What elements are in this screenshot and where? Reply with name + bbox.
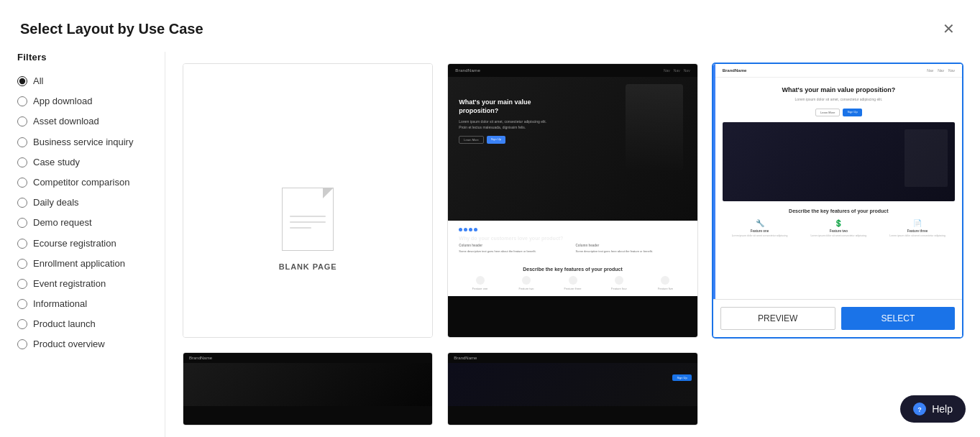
filter-all[interactable]: All [17,71,156,91]
dark-feature-name-5: Feature five [644,287,686,290]
white-brand: BrandName [723,68,747,73]
dark-nav-item-1: Nav [664,68,670,73]
blank-page-icon [282,188,334,251]
filter-app-download-label: App download [33,95,92,108]
white-nav-item-3: Nav [948,68,955,73]
close-button[interactable]: ✕ [937,17,960,40]
filter-case-study-label: Case study [33,156,80,169]
white-feature-2: 💲 Feature two Lorem ipsum dolor sit amet… [801,219,876,238]
white-feature-text-3: Lorem ipsum dolor sit amet consectetur a… [880,234,955,238]
dark-btn-outline[interactable]: Learn More [459,136,483,144]
white-btn-outline[interactable]: Learn More [815,109,840,116]
preview-button[interactable]: PREVIEW [720,307,835,330]
white-image [723,122,955,201]
dark-dots [459,228,686,231]
template-card-dark-2[interactable]: BrandName [183,352,433,426]
white-template: BrandName Nav Nav Nav What's your main v… [713,64,962,338]
dark-section: Why do your customers love your product?… [448,221,697,261]
dark-feature-icon-4 [615,276,623,285]
filter-app-download-radio[interactable] [17,96,27,106]
filter-demo-request-radio[interactable] [17,218,27,228]
dark-btn-filled[interactable]: Sign Up [487,136,505,144]
filter-product-overview[interactable]: Product overview [17,334,156,354]
filter-all-label: All [33,75,43,88]
blank-line-2 [290,221,326,223]
blank-page-lines [283,216,333,229]
help-button[interactable]: ? Help [900,395,966,423]
filter-case-study-radio[interactable] [17,157,27,167]
filter-asset-download[interactable]: Asset download [17,111,156,132]
dark-features: Describe the key features of your produc… [448,261,697,296]
filter-business-service-inquiry-radio[interactable] [17,137,27,147]
filter-product-launch-radio[interactable] [17,319,27,329]
filter-ecourse-registration-label: Ecourse registration [33,237,116,250]
filter-business-service-inquiry[interactable]: Business service inquiry [17,132,156,152]
filter-enrollment-application-radio[interactable] [17,259,27,269]
dark-feature-icon-2 [522,276,531,285]
filter-demo-request[interactable]: Demo request [17,213,156,233]
white-section-title: Describe the key features of your produc… [723,208,955,213]
template-card-dark-3[interactable]: BrandName Sign Up [447,352,697,426]
filter-event-registration[interactable]: Event registration [17,274,156,294]
white-hero: What's your main value proposition? Lore… [715,78,962,122]
filter-informational-label: Informational [33,298,87,310]
white-nav: Nav Nav Nav [927,68,955,73]
white-feature-title-2: Feature two [801,229,876,233]
sidebar: Filters All App download Asset download … [0,52,165,437]
dark-features-title: Describe the key features of your produc… [459,267,686,272]
white-btn-filled[interactable]: Sign Up [843,109,861,116]
template-card-blank[interactable]: BLANK PAGE [183,63,433,338]
dark-feature-4: Feature four [598,276,640,290]
filter-case-study[interactable]: Case study [17,152,156,172]
dark-feature-name-1: Feature one [459,287,500,290]
template-grid: BLANK PAGE BrandName Nav Nav Nav [165,52,980,437]
white-feature-icon-3: 📄 [880,219,955,227]
modal-title: Select Layout by Use Case [20,21,203,37]
filter-daily-deals-radio[interactable] [17,198,27,208]
dark-template: BrandName Nav Nav Nav [448,64,697,338]
template-card-white[interactable]: BrandName Nav Nav Nav What's your main v… [713,63,963,338]
dark-dot-2 [464,228,467,231]
filter-informational-radio[interactable] [17,299,27,309]
white-features-row: 🔧 Feature one Lorem ipsum dolor sit amet… [723,219,955,238]
modal-body: Filters All App download Asset download … [0,52,980,437]
filter-daily-deals[interactable]: Daily deals [17,193,156,213]
card-actions-white: PREVIEW SELECT [713,299,962,337]
filter-event-registration-radio[interactable] [17,279,27,289]
filter-ecourse-registration[interactable]: Ecourse registration [17,234,156,254]
select-button[interactable]: SELECT [841,307,955,330]
filter-competitor-comparison[interactable]: Competitor comparison [17,172,156,193]
filter-informational[interactable]: Informational [17,294,156,314]
filter-asset-download-radio[interactable] [17,116,27,126]
white-template-preview: BrandName Nav Nav Nav What's your main v… [713,64,962,338]
help-label: Help [932,403,953,415]
filter-asset-download-label: Asset download [33,115,99,128]
filter-app-download[interactable]: App download [17,91,156,111]
dark-col-text-2: Some descriptive text goes here about th… [576,249,687,254]
dark-feature-5: Feature five [644,276,686,290]
white-feature-text-1: Lorem ipsum dolor sit amet consectetur a… [723,234,797,238]
filter-product-launch[interactable]: Product launch [17,314,156,334]
bottom-brand-2: BrandName [454,356,477,360]
bottom-brand-1: BrandName [189,356,212,360]
filter-event-registration-label: Event registration [33,277,106,290]
white-section: Describe the key features of your produc… [715,201,962,245]
filter-product-overview-label: Product overview [33,338,105,351]
dark-feature-name-3: Feature three [551,287,593,290]
white-feature-title-3: Feature three [880,229,955,233]
white-feature-text-2: Lorem ipsum dolor sit amet consectetur a… [801,234,876,238]
modal-header: Select Layout by Use Case ✕ [0,0,980,52]
dark-hero-image [626,84,683,170]
template-card-dark[interactable]: BrandName Nav Nav Nav [447,63,697,338]
filter-ecourse-registration-radio[interactable] [17,239,27,249]
dark-feature-icon-3 [569,276,577,285]
white-image-overlay [905,129,948,187]
dark-template-preview: BrandName Nav Nav Nav [448,64,697,338]
filter-competitor-comparison-radio[interactable] [17,178,27,188]
filter-all-radio[interactable] [17,76,27,86]
dark-features-grid: Feature one Feature two Feature three [459,276,686,290]
filter-enrollment-application[interactable]: Enrollment application [17,254,156,274]
filter-product-overview-radio[interactable] [17,339,27,349]
dark-col-1: Column header Some descriptive text goes… [459,244,569,254]
filter-product-launch-label: Product launch [33,318,96,331]
